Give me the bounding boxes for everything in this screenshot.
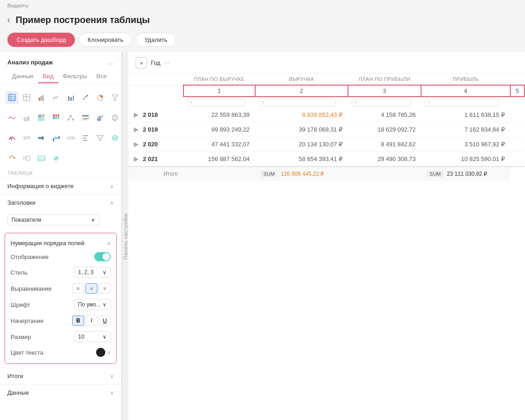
kpi-icon[interactable]: KPI [20,132,33,144]
color-picker[interactable]: ∨ [96,348,111,357]
svg-point-16 [86,95,88,97]
numeracia-header[interactable]: Нумерация порядка полей ∧ [5,237,116,249]
tab-all[interactable]: Все [92,70,111,83]
sum-label-profit: SUM [427,171,443,177]
text-style-buttons: B I U [72,316,111,326]
expand-icon[interactable]: ▶ [134,111,138,118]
svg-point-31 [72,119,74,121]
italic-btn[interactable]: I [86,316,97,326]
area-chart-icon[interactable] [20,111,33,124]
display-toggle[interactable] [94,252,111,261]
size-dropdown[interactable]: 10 ∨ [74,331,111,342]
col-header-plan-revenue: ПЛАН ПО ВЫРУЧКЕ [183,74,255,85]
heatmap-icon[interactable] [50,111,63,124]
fast-forward-button[interactable]: » [136,57,147,69]
color-chevron: ∨ [107,350,111,356]
gauge-icon[interactable] [6,132,18,144]
svg-rect-13 [73,96,74,101]
svg-text:KPI: KPI [23,136,30,141]
bullet-chart-icon[interactable] [35,132,48,144]
font-dropdown[interactable]: По умо... ∨ [74,299,111,310]
col-header-plan-profit: ПЛАН ПО ПРИБЫЛИ [348,74,422,85]
rich-text-icon[interactable] [79,132,92,144]
line-chart-icon[interactable] [50,91,63,104]
color-dot[interactable] [96,348,105,357]
footer-row: Итого SUM 126 806 445,22 ₽ SUM 23 111 03… [128,167,525,181]
align-center-btn[interactable]: ≡ [86,283,97,293]
size-row: Размер 10 ∨ [5,328,116,345]
refresh-icon[interactable] [6,152,18,165]
toolbar: Создать дашборд Клонировать Удалить [0,29,525,52]
filter-input-4[interactable]: τ [425,98,498,106]
svg-rect-22 [38,118,45,121]
filter-cell-2: τ [255,97,348,108]
stacked-bar-icon[interactable] [64,91,77,104]
back-button[interactable]: ‹ [7,15,10,25]
map-icon[interactable] [108,111,121,124]
funnel-icon[interactable] [108,91,121,104]
numeracia-section: Нумерация порядка полей ∧ Отображение Ст… [5,233,117,364]
bar-chart-icon[interactable] [35,91,48,104]
expand-icon[interactable]: ▶ [134,141,138,148]
svg-line-32 [68,117,71,119]
extra-icon[interactable] [108,132,121,144]
html2-icon[interactable]: H [20,152,33,165]
pivot-table-icon[interactable] [20,91,33,104]
pie-chart-icon[interactable] [94,91,107,104]
svg-marker-18 [112,95,118,100]
network-icon[interactable] [64,111,77,124]
period-menu[interactable]: ··· [164,59,170,67]
create-dashboard-button[interactable]: Создать дашборд [7,33,75,47]
tab-data[interactable]: Данные [7,70,38,83]
combo-icon[interactable] [94,111,107,124]
data-table-container: ПЛАН ПО ВЫРУЧКЕ ВЫРУЧКА ПЛАН ПО ПРИБЫЛИ … [128,74,525,420]
list-icon[interactable] [35,152,48,165]
svg-line-33 [71,117,73,119]
settings-panel-strip[interactable]: Панель настройки [122,52,128,420]
svg-rect-10 [68,98,69,101]
align-left-btn[interactable]: ≡ [72,283,84,293]
waterfall-icon[interactable] [50,132,63,144]
table-row: ▶ 2 019 99 893 249,22 39 178 069,31 ₽ 18… [128,122,525,137]
svg-rect-28 [57,117,59,119]
check-icon[interactable] [50,152,63,165]
tree-icon[interactable] [35,111,48,124]
clone-button[interactable]: Клонировать [79,33,132,47]
filter-input-2[interactable]: τ [259,98,336,106]
revenue-cell: 39 178 069,31 ₽ [255,122,348,137]
filter-input-1[interactable]: τ [187,98,245,106]
scatter-icon[interactable] [79,91,92,104]
underline-btn[interactable]: U [99,316,111,326]
bold-btn[interactable]: B [72,316,84,326]
delete-button[interactable]: Удалить [136,33,176,47]
sankey-icon[interactable] [79,111,92,124]
style-dropdown[interactable]: 1, 2, 3 ∨ [74,267,111,278]
plan-revenue-cell: 99 893 249,22 [183,122,255,137]
chart-type-grid-3: KPI HTML [0,128,121,148]
align-right-btn[interactable]: ≡ [99,283,111,293]
table-icon[interactable] [6,91,18,104]
tab-filters[interactable]: Фильтры [58,70,92,83]
footer-plan-revenue [183,167,255,181]
filter-widget-icon[interactable] [94,132,107,144]
plan-profit-cell: 8 491 842,62 [348,137,422,152]
plan-revenue-cell: 156 887 562,04 [183,152,255,167]
pokazateli-dropdown[interactable]: Показатели ∨ [7,214,99,225]
col-num-row: 1 2 3 4 5 [128,85,525,97]
filter-cell-3: τ [348,97,422,108]
expand-icon[interactable]: ▶ [134,155,138,162]
filter-input-3[interactable]: τ [352,98,411,106]
zagolovki-row[interactable]: Заголовки ∧ [0,194,121,211]
html-icon[interactable]: HTML [64,132,77,144]
expand-icon[interactable]: ▶ [134,126,138,133]
wave-chart-icon[interactable] [6,111,18,124]
tab-view[interactable]: Вид [38,70,58,83]
svg-rect-47 [58,136,60,139]
plan-profit-cell: 29 490 308,73 [348,152,422,167]
widget-info-row[interactable]: Информация о виджете ∨ [0,178,121,194]
itogi-row[interactable]: Итоги ∨ [0,368,121,384]
svg-rect-8 [40,96,42,101]
table-toolbar: » Год ··· [128,52,525,74]
dannye-row[interactable]: Данные ∨ [0,384,121,401]
analysis-menu-dots[interactable]: ... [108,58,114,66]
